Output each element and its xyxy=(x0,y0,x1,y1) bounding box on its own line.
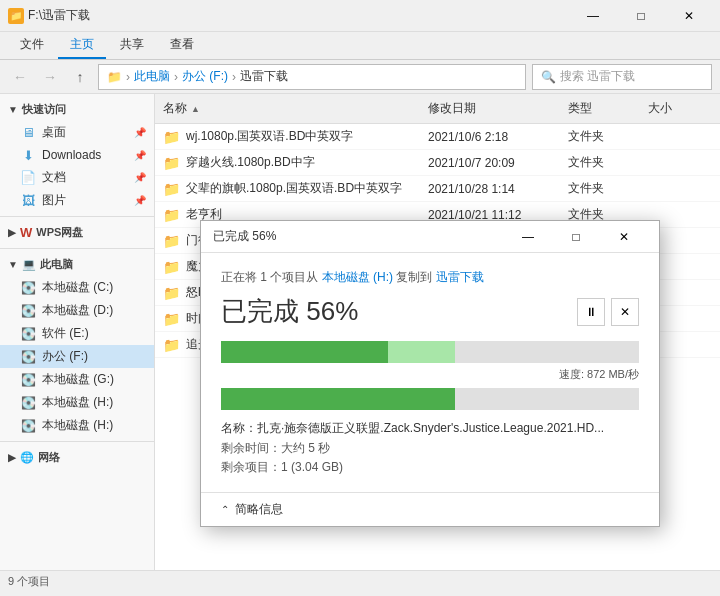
progress-track-1 xyxy=(221,341,639,363)
dialog-file-name: 名称：扎克·施奈德版正义联盟.Zack.Snyder's.Justice.Lea… xyxy=(221,420,639,437)
dialog-percent-text: 已完成 56% xyxy=(221,294,358,329)
dialog-overlay: 已完成 56% — □ ✕ 正在将 1 个项目从 本地磁盘 (H:) 复制到 迅… xyxy=(0,0,720,596)
from-to-text: 正在将 1 个项目从 xyxy=(221,270,322,284)
dialog-footer[interactable]: ⌃ 简略信息 xyxy=(201,492,659,526)
dialog-maximize-button[interactable]: □ xyxy=(553,222,599,252)
dialog-body: 正在将 1 个项目从 本地磁盘 (H:) 复制到 迅雷下载 已完成 56% ⏸ … xyxy=(201,253,659,492)
dialog-title-controls: — □ ✕ xyxy=(505,222,647,252)
source-link[interactable]: 本地磁盘 (H:) xyxy=(322,270,393,284)
dialog-pause-cancel: ⏸ ✕ xyxy=(577,298,639,326)
dialog-title-text: 已完成 56% xyxy=(213,228,276,245)
dialog-from-to: 正在将 1 个项目从 本地磁盘 (H:) 复制到 迅雷下载 xyxy=(221,269,639,286)
cancel-copy-button[interactable]: ✕ xyxy=(611,298,639,326)
chevron-up-icon: ⌃ xyxy=(221,504,229,515)
progress-track-2 xyxy=(221,388,639,410)
pause-button[interactable]: ⏸ xyxy=(577,298,605,326)
progress-container: 速度: 872 MB/秒 xyxy=(221,341,639,410)
dest-link[interactable]: 迅雷下载 xyxy=(436,270,484,284)
dialog-footer-label: 简略信息 xyxy=(235,501,283,518)
dialog-close-button[interactable]: ✕ xyxy=(601,222,647,252)
speed-label: 速度: 872 MB/秒 xyxy=(221,367,639,382)
dialog-remaining: 剩余时间：大约 5 秒 xyxy=(221,440,639,457)
progress-fill-dark xyxy=(221,341,388,363)
dialog-file-info: 名称：扎克·施奈德版正义联盟.Zack.Snyder's.Justice.Lea… xyxy=(221,420,639,476)
copy-dialog: 已完成 56% — □ ✕ 正在将 1 个项目从 本地磁盘 (H:) 复制到 迅… xyxy=(200,220,660,527)
dialog-title-bar: 已完成 56% — □ ✕ xyxy=(201,221,659,253)
progress-fill-2 xyxy=(221,388,455,410)
dialog-minimize-button[interactable]: — xyxy=(505,222,551,252)
dialog-items: 剩余项目：1 (3.04 GB) xyxy=(221,459,639,476)
dialog-percent-row: 已完成 56% ⏸ ✕ xyxy=(221,294,639,329)
